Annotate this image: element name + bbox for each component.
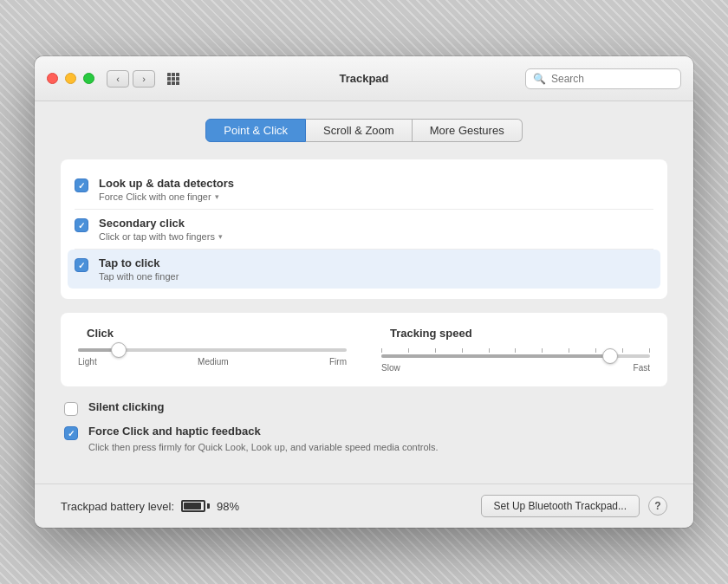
minimize-button[interactable] bbox=[65, 73, 76, 84]
search-icon: 🔍 bbox=[533, 73, 546, 85]
grid-button[interactable] bbox=[162, 70, 185, 88]
battery-tip bbox=[207, 503, 210, 509]
silent-clicking-title: Silent clicking bbox=[88, 400, 164, 413]
click-slider-labels: Light Medium Firm bbox=[78, 357, 347, 367]
tick-5 bbox=[489, 348, 490, 353]
secondary-click-text: Secondary click Click or tap with two fi… bbox=[99, 217, 223, 242]
main-window: ‹ › Trackpad 🔍 Point & Click bbox=[35, 56, 693, 528]
bottom-options: Silent clicking Force Click and haptic f… bbox=[61, 400, 667, 452]
secondary-click-dropdown-arrow[interactable]: ▾ bbox=[218, 232, 223, 241]
force-click-text: Force Click and haptic feedback bbox=[88, 425, 261, 438]
tabs: Point & Click Scroll & Zoom More Gesture… bbox=[61, 119, 667, 142]
tracking-slider-group: Tracking speed bbox=[381, 327, 650, 373]
secondary-click-title: Secondary click bbox=[99, 217, 223, 230]
battery-percent: 98% bbox=[217, 500, 239, 513]
nav-buttons: ‹ › bbox=[107, 70, 155, 88]
traffic-lights bbox=[47, 73, 94, 84]
tap-to-click-checkbox[interactable] bbox=[75, 258, 88, 272]
close-button[interactable] bbox=[47, 73, 58, 84]
lookup-dropdown-arrow[interactable]: ▾ bbox=[215, 192, 219, 201]
content-area: Point & Click Scroll & Zoom More Gesture… bbox=[35, 101, 693, 483]
footer: Trackpad battery level: 98% Set Up Bluet… bbox=[35, 483, 693, 528]
click-label-firm: Firm bbox=[329, 357, 347, 367]
tracking-slider-labels: Slow Fast bbox=[381, 363, 650, 373]
force-click-checkbox[interactable] bbox=[64, 426, 78, 440]
svg-rect-1 bbox=[172, 73, 175, 76]
tap-to-click-option: Tap to click Tap with one finger bbox=[68, 250, 660, 289]
titlebar: ‹ › Trackpad 🔍 bbox=[35, 56, 693, 101]
svg-rect-2 bbox=[176, 73, 179, 76]
tab-more-gestures[interactable]: More Gestures bbox=[413, 119, 523, 142]
svg-rect-0 bbox=[167, 73, 171, 76]
lookup-text: Look up & data detectors Force Click wit… bbox=[99, 177, 234, 202]
tick-9 bbox=[595, 348, 596, 353]
footer-buttons: Set Up Bluetooth Trackpad... ? bbox=[481, 495, 667, 517]
tap-to-click-subtitle: Tap with one finger bbox=[99, 271, 179, 282]
tracking-slider-title: Tracking speed bbox=[390, 327, 472, 340]
tick-1 bbox=[381, 348, 382, 353]
click-slider-thumb[interactable] bbox=[111, 342, 127, 358]
svg-rect-5 bbox=[176, 77, 179, 81]
svg-rect-3 bbox=[167, 77, 171, 81]
svg-rect-6 bbox=[167, 81, 171, 85]
tick-2 bbox=[408, 348, 409, 353]
silent-clicking-text: Silent clicking bbox=[88, 400, 164, 413]
tracking-label-slow: Slow bbox=[381, 363, 400, 373]
tick-7 bbox=[542, 348, 543, 353]
secondary-click-checkbox[interactable] bbox=[75, 218, 88, 232]
battery-fill bbox=[184, 503, 201, 509]
tap-to-click-title: Tap to click bbox=[99, 256, 179, 269]
tracking-label-fast: Fast bbox=[634, 363, 650, 373]
svg-rect-7 bbox=[172, 81, 175, 85]
svg-rect-8 bbox=[176, 81, 179, 85]
click-slider-group: Click Light Medium Firm bbox=[78, 327, 347, 367]
tracking-slider-thumb[interactable] bbox=[602, 348, 618, 364]
search-input[interactable] bbox=[551, 73, 673, 85]
secondary-click-subtitle: Click or tap with two fingers ▾ bbox=[99, 231, 223, 242]
tick-10 bbox=[622, 348, 623, 353]
secondary-click-option: Secondary click Click or tap with two fi… bbox=[75, 210, 653, 250]
tick-11 bbox=[649, 348, 650, 353]
tab-scroll-zoom[interactable]: Scroll & Zoom bbox=[306, 119, 413, 142]
force-click-title: Force Click and haptic feedback bbox=[88, 425, 261, 438]
maximize-button[interactable] bbox=[83, 73, 94, 84]
tracking-slider-track[interactable] bbox=[381, 354, 650, 358]
force-click-option: Force Click and haptic feedback Click th… bbox=[64, 425, 664, 452]
battery-icon bbox=[181, 500, 210, 512]
sliders-area: Click Light Medium Firm Tracking speed bbox=[61, 313, 667, 386]
lookup-title: Look up & data detectors bbox=[99, 177, 234, 190]
setup-bluetooth-button[interactable]: Set Up Bluetooth Trackpad... bbox=[481, 495, 640, 517]
click-slider-title: Click bbox=[87, 327, 114, 340]
lookup-checkbox[interactable] bbox=[75, 178, 88, 192]
battery-label: Trackpad battery level: bbox=[61, 500, 174, 513]
silent-clicking-option: Silent clicking bbox=[64, 400, 664, 416]
back-button[interactable]: ‹ bbox=[107, 70, 129, 88]
silent-clicking-checkbox[interactable] bbox=[64, 402, 78, 416]
battery-body bbox=[181, 500, 205, 512]
tick-4 bbox=[462, 348, 463, 353]
click-label-medium: Medium bbox=[198, 357, 229, 367]
click-slider-track[interactable] bbox=[78, 348, 347, 352]
forward-button[interactable]: › bbox=[133, 70, 155, 88]
svg-rect-4 bbox=[172, 77, 175, 81]
tick-8 bbox=[569, 348, 569, 353]
lookup-subtitle: Force Click with one finger ▾ bbox=[99, 191, 234, 202]
search-box[interactable]: 🔍 bbox=[525, 68, 681, 89]
force-click-description: Click then press firmly for Quick Look, … bbox=[64, 442, 664, 452]
tab-point-click[interactable]: Point & Click bbox=[205, 119, 306, 142]
lookup-option: Look up & data detectors Force Click wit… bbox=[75, 170, 653, 210]
tick-6 bbox=[515, 348, 516, 353]
tap-to-click-text: Tap to click Tap with one finger bbox=[99, 256, 179, 282]
window-title: Trackpad bbox=[339, 72, 388, 85]
options-area: Look up & data detectors Force Click wit… bbox=[61, 159, 667, 299]
click-label-light: Light bbox=[78, 357, 97, 367]
battery-section: Trackpad battery level: 98% bbox=[61, 500, 239, 513]
help-button[interactable]: ? bbox=[648, 496, 667, 516]
tick-3 bbox=[435, 348, 436, 353]
